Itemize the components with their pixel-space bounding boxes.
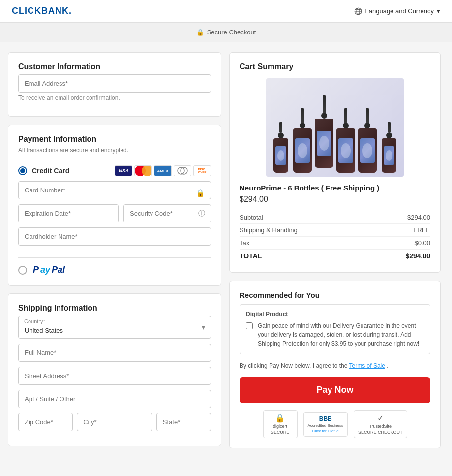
digital-product-box: Digital Product Gain peace of mind with … xyxy=(240,304,430,354)
product-price: $294.00 xyxy=(240,195,430,204)
card-icons: VISA AMEX DISCOVER xyxy=(115,165,211,176)
shipping-information-section: Shipping Information Country* United Sta… xyxy=(8,293,221,446)
bottle-3 xyxy=(314,95,334,168)
customer-info-title: Customer Information xyxy=(18,63,211,71)
shipping-row: Shipping & Handling FREE xyxy=(240,223,430,236)
bottle-4 xyxy=(336,108,356,173)
subtotal-value: $294.00 xyxy=(407,214,430,221)
shipping-protection-checkbox[interactable] xyxy=(246,322,253,329)
logo: CLICKBANK. xyxy=(12,6,72,16)
country-label: Country* xyxy=(24,318,45,324)
terms-suffix: . xyxy=(387,362,388,369)
product-image xyxy=(266,78,404,177)
customer-information-section: Customer Information To receive an email… xyxy=(8,52,221,117)
product-image-wrap xyxy=(240,78,430,177)
paypal-radio[interactable] xyxy=(18,266,27,275)
secure-checkout-text: Secure Checkout xyxy=(207,29,256,36)
tax-value: $0.00 xyxy=(414,239,430,247)
total-label: TOTAL xyxy=(240,252,262,260)
card-number-field[interactable] xyxy=(18,181,211,199)
visa-icon: VISA xyxy=(115,165,132,176)
trustedsite-sub: SECURE CHECKOUT xyxy=(358,430,403,435)
paypal-logo: P ay Pal xyxy=(33,265,65,275)
total-value: $294.00 xyxy=(405,252,430,260)
city-field[interactable] xyxy=(77,413,152,431)
apt-suite-field[interactable] xyxy=(18,390,211,408)
chevron-down-icon: ▾ xyxy=(437,7,440,15)
address-row xyxy=(18,413,211,431)
bottle-2 xyxy=(293,108,312,173)
payment-divider xyxy=(18,257,211,258)
bottles-container xyxy=(271,95,399,177)
country-select[interactable]: United States xyxy=(18,316,211,339)
zip-code-field[interactable] xyxy=(18,413,73,431)
expiry-security-row: ⓘ xyxy=(18,204,211,222)
cart-summary-section: Cart Summary xyxy=(229,52,441,273)
left-column: Customer Information To receive an email… xyxy=(8,52,229,454)
amex-icon: AMEX xyxy=(154,165,172,176)
payment-information-section: Payment Information All transactions are… xyxy=(8,125,221,286)
total-row: TOTAL $294.00 xyxy=(240,249,430,262)
cardholder-name-field[interactable] xyxy=(18,227,211,246)
secure-checkout-banner: 🔒 Secure Checkout xyxy=(0,23,452,42)
lock-icon: 🔒 xyxy=(196,29,204,36)
subtotal-label: Subtotal xyxy=(240,214,263,221)
mastercard-icon xyxy=(134,165,152,176)
subtotal-row: Subtotal $294.00 xyxy=(240,211,430,223)
cart-summary-title: Cart Summary xyxy=(240,63,430,71)
payment-info-subtitle: All transactions are secure and encrypte… xyxy=(18,147,211,154)
recommended-section: Recommended for You Digital Product Gain… xyxy=(229,281,441,448)
trustedsite-label: TrustedSite xyxy=(369,424,392,429)
shipping-value: FREE xyxy=(413,226,430,234)
card-lock-icon: 🔒 xyxy=(196,189,205,197)
bottle-1 xyxy=(271,122,291,173)
digicert-sub: SECURE xyxy=(271,430,290,435)
right-column: Cart Summary xyxy=(229,52,441,456)
trust-badges: 🔒 digicert SECURE BBB Accredited Busines… xyxy=(240,410,430,438)
paypal-option[interactable]: P ay Pal xyxy=(18,265,211,275)
credit-card-option[interactable]: Credit Card VISA AMEX xyxy=(18,160,211,181)
bottle-5 xyxy=(358,108,377,173)
language-currency-button[interactable]: Language and Currency ▾ xyxy=(354,7,441,16)
shipping-info-title: Shipping Information xyxy=(18,304,211,313)
state-field[interactable] xyxy=(156,413,211,431)
shipping-label: Shipping & Handling xyxy=(240,226,298,234)
digital-product-content: Gain peace of mind with our Delivery Gua… xyxy=(246,321,424,348)
diners-icon xyxy=(174,165,191,176)
digital-product-text: Gain peace of mind with our Delivery Gua… xyxy=(258,321,424,348)
credit-card-label: Credit Card xyxy=(32,167,69,175)
trustedsite-badge: ✓ TrustedSite SECURE CHECKOUT xyxy=(354,410,407,438)
header: CLICKBANK. Language and Currency ▾ xyxy=(0,0,452,23)
terms-prefix: By clicking Pay Now below, I agree to th… xyxy=(240,362,347,369)
full-name-field[interactable] xyxy=(18,344,211,362)
email-field[interactable] xyxy=(18,74,211,93)
bbb-badge: BBB Accredited Business Click for Profil… xyxy=(303,412,348,437)
terms-text: By clicking Pay Now below, I agree to th… xyxy=(240,361,430,370)
bottle-6 xyxy=(379,122,399,173)
country-select-wrap: Country* United States ▾ xyxy=(18,316,211,339)
info-icon: ⓘ xyxy=(198,209,205,218)
street-address-field[interactable] xyxy=(18,367,211,385)
terms-of-sale-link[interactable]: Terms of Sale xyxy=(349,362,385,369)
recommended-title: Recommended for You xyxy=(240,291,430,299)
paypal-p-icon: P xyxy=(33,265,39,275)
main-layout: Customer Information To receive an email… xyxy=(0,42,452,466)
pay-now-button[interactable]: Pay Now xyxy=(240,377,430,403)
payment-info-title: Payment Information xyxy=(18,135,211,144)
bbb-sub: Click for Profile xyxy=(312,429,339,433)
digicert-icon: 🔒 xyxy=(275,413,285,423)
tax-label: Tax xyxy=(240,239,249,247)
card-number-wrap: 🔒 xyxy=(18,181,211,204)
globe-icon xyxy=(354,7,362,16)
expiration-date-field[interactable] xyxy=(18,204,119,222)
product-name: NeuroPrime - 6 Bottles ( Free Shipping ) xyxy=(240,184,430,192)
digital-product-label: Digital Product xyxy=(246,311,424,317)
security-code-wrap: ⓘ xyxy=(123,204,211,222)
tax-row: Tax $0.00 xyxy=(240,236,430,249)
trustedsite-icon: ✓ xyxy=(377,413,384,423)
credit-card-radio[interactable] xyxy=(18,166,27,175)
discover-icon: DISCOVER xyxy=(193,165,211,176)
language-currency-label: Language and Currency xyxy=(365,7,434,15)
digicert-label: digicert xyxy=(273,424,287,429)
bbb-icon: BBB xyxy=(319,415,332,422)
